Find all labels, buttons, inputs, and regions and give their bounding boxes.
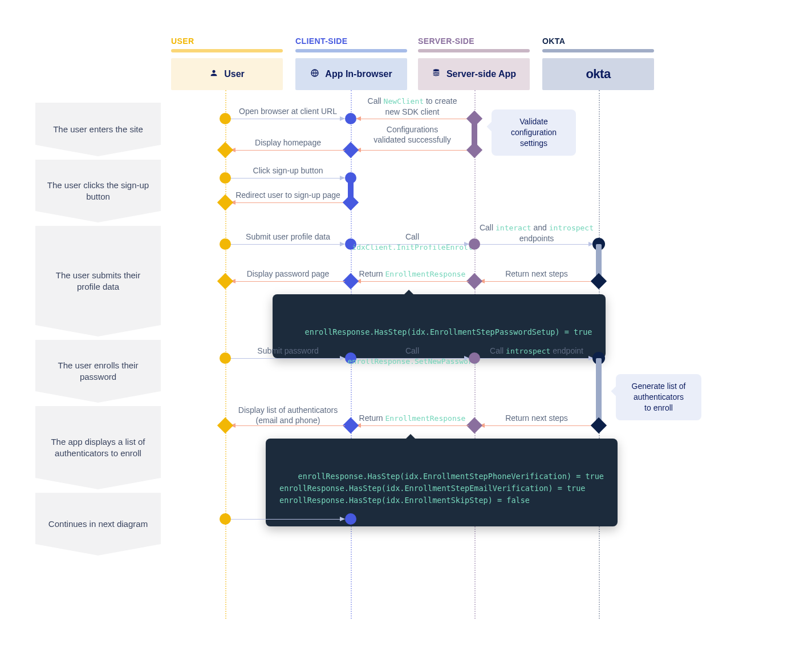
msg-set-new-password: Call enrollResponse.SetNewPassword: [344, 346, 481, 367]
arrow-redirect-signup: [231, 202, 345, 203]
callout-line: configuration: [502, 127, 566, 138]
lane-okta: okta: [542, 58, 654, 90]
step-clicks-signup: The user clicks the sign-up button: [35, 160, 161, 222]
code-text: enrollResponse.HasStep(idx.EnrollmentSte…: [279, 472, 604, 505]
msg-new-client: Call NewClient to create new SDK client: [352, 96, 472, 117]
callout-validate: Validate configuration settings: [492, 109, 576, 156]
step-label: The user enters the site: [53, 124, 143, 135]
msg-return-enroll-2: Return EnrollmentResponse: [350, 413, 475, 424]
arrow-return-next-2: [480, 425, 593, 426]
category-underline-client: [295, 49, 407, 52]
arrow-introspect: [480, 358, 593, 359]
arrow-submit-profile: [230, 244, 344, 245]
step-submits-profile: The user submits their profile data: [35, 226, 161, 336]
lane-label: App In-browser: [325, 69, 392, 79]
arrow-return-next-1: [480, 281, 593, 282]
category-underline-server: [418, 49, 530, 52]
category-underline-okta: [542, 49, 654, 52]
msg-click-signup: Click sign-up button: [231, 165, 345, 176]
arrow-display-list-auth: [231, 425, 345, 426]
activation-okta-generate: [596, 358, 602, 425]
category-label-server: SERVER-SIDE: [418, 36, 474, 46]
arrow-click-signup: [230, 178, 344, 179]
category-label-user: USER: [171, 36, 194, 46]
sequence-diagram-canvas: The user enters the site The user clicks…: [0, 0, 812, 653]
node-user-1: [220, 113, 231, 124]
database-icon: [432, 68, 441, 80]
lane-label: okta: [586, 67, 610, 82]
lane-user: User: [171, 58, 283, 90]
msg-submit-password: Submit password: [231, 346, 345, 356]
callout-line: to enroll: [626, 403, 691, 413]
msg-display-password-page: Display password page: [231, 269, 345, 279]
callout-line: Validate: [502, 116, 566, 127]
arrow-init-profile: [356, 244, 469, 245]
arrow-config-validated: [356, 150, 469, 151]
step-label: Continues in next diagram: [48, 518, 148, 530]
node-client-9: [345, 513, 356, 525]
step-enters-site: The user enters the site: [35, 103, 161, 156]
msg-submit-profile: Submit user profile data: [231, 232, 345, 242]
arrow-new-client: [356, 119, 469, 119]
step-displays-authenticators: The app displays a list of authenticator…: [35, 406, 161, 489]
lane-client: App In-browser: [295, 58, 407, 90]
node-user-7: [220, 352, 231, 364]
callout-line: settings: [502, 138, 566, 149]
step-label: The user submits their profile data: [47, 270, 149, 293]
arrow-open-browser: [230, 119, 344, 119]
node-user-3: [220, 172, 231, 184]
msg-return-enroll-1: Return EnrollmentResponse: [350, 269, 475, 279]
lane-label: User: [224, 69, 245, 79]
arrow-return-enroll-1: [356, 281, 469, 282]
node-server-7: [469, 352, 480, 364]
category-underline-user: [171, 49, 283, 52]
step-label: The user clicks the sign-up button: [47, 180, 149, 203]
arrow-return-enroll-2: [356, 425, 469, 426]
msg-display-list-auth: Display list of authenticators (email an…: [225, 405, 351, 425]
msg-init-profile: Call idxClient.InitProfileEnroll: [350, 232, 475, 253]
arrow-submit-password: [230, 358, 344, 359]
category-label-okta: OKTA: [542, 36, 565, 46]
code-text: enrollResponse.HasStep(idx.EnrollmentSte…: [305, 327, 592, 336]
msg-interact: Call interact and introspect endpoints: [474, 222, 599, 244]
category-label-client: CLIENT-SIDE: [295, 36, 348, 46]
step-continues: Continues in next diagram: [35, 493, 161, 555]
node-user-9: [220, 513, 231, 525]
arrow-interact: [480, 244, 593, 245]
arrow-display-homepage: [231, 150, 345, 151]
code-block-auth-list: enrollResponse.HasStep(idx.EnrollmentSte…: [266, 439, 618, 526]
arrow-continues: [230, 519, 344, 520]
lane-label: Server-side App: [446, 69, 516, 79]
arrow-display-password: [231, 281, 345, 282]
callout-generate-auth: Generate list of authenticators to enrol…: [616, 374, 701, 420]
step-label: The app displays a list of authenticator…: [47, 436, 149, 460]
msg-display-homepage: Display homepage: [231, 137, 345, 148]
person-icon: [209, 68, 218, 80]
msg-redirect-signup: Redirect user to sign-up page: [225, 190, 351, 200]
callout-line: authenticators: [626, 392, 691, 403]
msg-return-next-steps-1: Return next steps: [480, 269, 594, 279]
msg-introspect: Call introspect endpoint: [480, 346, 594, 356]
msg-return-next-steps-2: Return next steps: [480, 413, 594, 423]
lane-server: Server-side App: [418, 58, 530, 90]
step-enrolls-password: The user enrolls their password: [35, 340, 161, 403]
node-user-5: [220, 238, 231, 250]
msg-config-validated: Configurations validated successfully: [355, 124, 469, 145]
arrow-set-new-password: [356, 358, 469, 359]
msg-open-browser: Open browser at client URL: [231, 106, 345, 116]
globe-icon: [310, 68, 319, 80]
callout-line: Generate list of: [626, 381, 691, 392]
step-label: The user enrolls their password: [47, 360, 149, 383]
